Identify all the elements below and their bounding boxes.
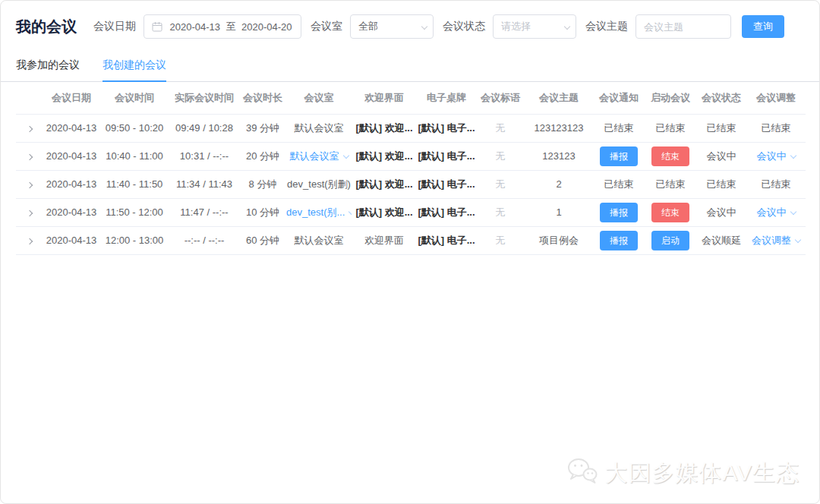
- cell-actual-time: 10:31 / --:--: [169, 142, 239, 170]
- cell-status: 会议中: [696, 142, 746, 170]
- start-button[interactable]: 结束: [651, 146, 689, 166]
- expand-row-cell: [16, 142, 43, 170]
- cell-status: 已结束: [696, 170, 746, 198]
- cell-slogan: 无: [476, 170, 525, 198]
- cell-topic: 123123123: [525, 114, 593, 142]
- expand-row-icon[interactable]: [27, 210, 33, 216]
- cell-e-sign: [默认] 电子...: [417, 170, 476, 198]
- date-start-value[interactable]: 2020-04-13: [169, 21, 222, 33]
- cell-meeting-time: 11:40 - 11:50: [99, 170, 169, 198]
- calendar-icon: [152, 21, 162, 32]
- column-header-6: 欢迎界面: [352, 82, 417, 114]
- status-select[interactable]: 请选择: [493, 14, 576, 39]
- start-button-cell: 启动: [645, 226, 696, 254]
- date-filter-label: 会议日期: [93, 20, 136, 33]
- expand-column-header: [16, 82, 43, 114]
- notify-button[interactable]: 播报: [600, 231, 638, 250]
- cell-topic: 123123: [525, 142, 593, 170]
- column-header-2: 会议时间: [99, 82, 169, 114]
- date-end-value[interactable]: 2020-04-20: [241, 21, 294, 33]
- column-header-9: 会议主题: [525, 82, 593, 114]
- cell-duration: 10 分钟: [239, 198, 286, 226]
- search-button[interactable]: 查询: [742, 15, 784, 38]
- column-header-8: 会议标语: [476, 82, 525, 114]
- column-header-1: 会议日期: [43, 82, 99, 114]
- cell-meeting-room[interactable]: 默认会议室: [286, 142, 352, 170]
- cell-meeting-time: 10:40 - 11:00: [99, 142, 169, 170]
- column-header-5: 会议室: [286, 82, 352, 114]
- cell-adjust[interactable]: 会议调整: [746, 226, 806, 254]
- table-row: 2020-04-1310:40 - 11:0010:31 / --:--20 分…: [16, 142, 806, 170]
- cell-meeting-room: 默认会议室: [286, 226, 352, 254]
- cell-start: 已结束: [645, 114, 696, 142]
- cell-e-sign: [默认] 电子...: [417, 114, 476, 142]
- notify-button[interactable]: 播报: [600, 146, 638, 166]
- cell-welcome-screen: [默认] 欢迎...: [352, 170, 417, 198]
- cell-meeting-room[interactable]: dev_test(别...: [286, 198, 352, 226]
- cell-notify: 已结束: [593, 114, 645, 142]
- expand-row-icon[interactable]: [27, 238, 33, 244]
- room-select[interactable]: 全部: [350, 14, 434, 39]
- cell-notify: 已结束: [593, 170, 645, 198]
- cell-meeting-date: 2020-04-13: [43, 226, 99, 254]
- cell-meeting-room: dev_test(别删): [286, 170, 352, 198]
- table-row: 2020-04-1311:50 - 12:0011:47 / --:--10 分…: [16, 198, 806, 226]
- meeting-management-page: 我的会议 会议日期 2020-04-13 至 2020-04-20 会议室 全部…: [0, 0, 820, 504]
- cell-actual-time: 11:47 / --:--: [169, 198, 239, 226]
- filter-bar: 我的会议 会议日期 2020-04-13 至 2020-04-20 会议室 全部…: [1, 1, 819, 39]
- cell-slogan: 无: [476, 114, 525, 142]
- notify-button[interactable]: 播报: [600, 203, 638, 222]
- cell-slogan: 无: [476, 198, 525, 226]
- cell-adjust: 已结束: [746, 170, 806, 198]
- cell-adjust[interactable]: 会议中: [746, 198, 806, 226]
- table-row: 2020-04-1311:40 - 11:5011:34 / 11:438 分钟…: [16, 170, 806, 198]
- start-button-cell: 结束: [645, 142, 696, 170]
- meeting-tabs: 我参加的会议 我创建的会议: [1, 52, 819, 82]
- topic-input[interactable]: [636, 14, 731, 39]
- cell-meeting-date: 2020-04-13: [43, 114, 99, 142]
- expand-row-icon[interactable]: [27, 154, 33, 160]
- cell-meeting-time: 09:50 - 10:20: [99, 114, 169, 142]
- start-button[interactable]: 启动: [651, 231, 689, 250]
- status-select-placeholder: 请选择: [501, 20, 531, 33]
- date-range-picker[interactable]: 2020-04-13 至 2020-04-20: [144, 14, 301, 39]
- expand-row-cell: [16, 226, 43, 254]
- chevron-down-icon: [418, 24, 427, 29]
- cell-duration: 20 分钟: [239, 142, 286, 170]
- page-title: 我的会议: [16, 17, 77, 37]
- cell-welcome-screen: [默认] 欢迎...: [352, 198, 417, 226]
- adjust-dropdown[interactable]: 会议中: [757, 150, 787, 162]
- cell-meeting-room: 默认会议室: [286, 114, 352, 142]
- cell-meeting-date: 2020-04-13: [43, 198, 99, 226]
- cell-welcome-screen: [默认] 欢迎...: [352, 142, 417, 170]
- expand-row-icon[interactable]: [27, 126, 33, 132]
- table-row: 2020-04-1312:00 - 13:00--:-- / --:--60 分…: [16, 226, 806, 254]
- cell-e-sign: [默认] 电子...: [417, 226, 476, 254]
- cell-meeting-time: 12:00 - 13:00: [99, 226, 169, 254]
- expand-row-icon[interactable]: [27, 182, 33, 188]
- column-header-3: 实际会议时间: [169, 82, 239, 114]
- tab-meetings-i-attend[interactable]: 我参加的会议: [16, 52, 80, 81]
- cell-meeting-date: 2020-04-13: [43, 170, 99, 198]
- notify-button-cell: 播报: [593, 198, 645, 226]
- cell-actual-time: 09:49 / 10:28: [169, 114, 239, 142]
- cell-welcome-screen: [默认] 欢迎...: [352, 114, 417, 142]
- cell-duration: 8 分钟: [239, 170, 286, 198]
- tab-meetings-i-created[interactable]: 我创建的会议: [102, 52, 166, 82]
- cell-status: 会议中: [696, 198, 746, 226]
- cell-actual-time: 11:34 / 11:43: [169, 170, 239, 198]
- column-header-10: 会议通知: [593, 82, 645, 114]
- cell-actual-time: --:-- / --:--: [169, 226, 239, 254]
- adjust-dropdown[interactable]: 会议中: [757, 206, 787, 218]
- room-select-value: 全部: [358, 20, 378, 33]
- column-header-7: 电子桌牌: [417, 82, 476, 114]
- cell-meeting-time: 11:50 - 12:00: [99, 198, 169, 226]
- start-button[interactable]: 结束: [651, 203, 689, 222]
- cell-topic: 1: [525, 198, 593, 226]
- cell-e-sign: [默认] 电子...: [417, 142, 476, 170]
- adjust-dropdown[interactable]: 会议调整: [752, 235, 791, 246]
- expand-row-cell: [16, 114, 43, 142]
- notify-button-cell: 播报: [593, 226, 645, 254]
- cell-adjust[interactable]: 会议中: [746, 142, 806, 170]
- cell-welcome-screen: 欢迎界面: [352, 226, 417, 254]
